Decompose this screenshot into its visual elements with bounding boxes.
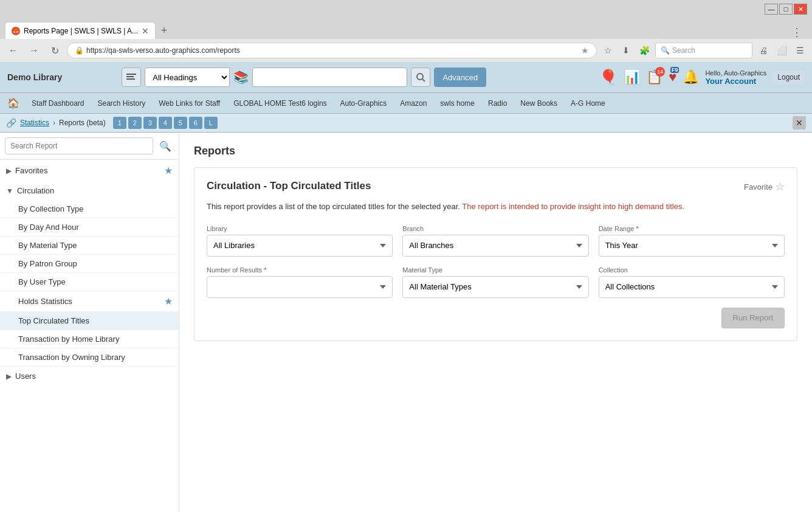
active-tab[interactable]: 🦊 Reports Page | SWLS | SWLS | A... ✕	[5, 22, 156, 39]
page-3[interactable]: 3	[143, 117, 157, 129]
back-button[interactable]: ←	[5, 42, 22, 59]
maximize-button[interactable]: □	[779, 4, 793, 15]
nav-ag-home[interactable]: A-G Home	[565, 95, 611, 111]
window-controls[interactable]: — □ ✕	[765, 4, 807, 15]
holds-statistics-star-icon[interactable]: ★	[164, 296, 173, 307]
nav-new-books[interactable]: New Books	[514, 95, 563, 111]
browser-menu-button[interactable]: ⋮	[786, 26, 807, 39]
breadcrumb-separator: ›	[53, 119, 55, 127]
favorites-star-icon[interactable]: ★	[164, 165, 173, 176]
reload-button[interactable]: ↻	[46, 42, 63, 59]
headings-dropdown[interactable]: All Headings	[145, 67, 230, 87]
page-2[interactable]: 2	[128, 117, 142, 129]
branch-label: Branch	[402, 225, 588, 232]
bookmark-icon[interactable]: ☆	[600, 43, 615, 58]
holds-statistics-label: Holds Statistics	[18, 297, 72, 306]
page-4[interactable]: 4	[159, 117, 172, 129]
nav-amazon[interactable]: Amazon	[394, 95, 433, 111]
extensions-icon[interactable]: ⬜	[774, 43, 789, 58]
sidebar-header-users[interactable]: ▶ Users	[0, 367, 179, 386]
sidebar-item-by-user-type[interactable]: By User Type	[0, 273, 179, 291]
nav-search-history[interactable]: Search History	[92, 95, 152, 111]
new-tab-button[interactable]: +	[156, 22, 173, 39]
advanced-button[interactable]: Advanced	[434, 67, 486, 87]
search-type-icon-button[interactable]	[122, 67, 141, 87]
sidebar-item-by-day-and-hour[interactable]: By Day And Hour	[0, 218, 179, 237]
sidebar-search: 🔍	[0, 133, 179, 160]
favorite-star-icon[interactable]: ☆	[775, 180, 785, 193]
nav-home-icon[interactable]: 🏠	[2, 95, 24, 111]
sidebar-section-favorites: ▶ Favorites ★	[0, 160, 179, 181]
svg-line-4	[422, 79, 425, 81]
tab-close-button[interactable]: ✕	[142, 26, 149, 36]
sidebar-header-favorites[interactable]: ▶ Favorites ★	[0, 160, 179, 181]
sidebar-item-holds-statistics[interactable]: Holds Statistics ★	[0, 291, 179, 312]
report-card-header: Circulation - Top Circulated Titles Favo…	[207, 180, 785, 193]
logout-button[interactable]: Logout	[772, 71, 805, 84]
search-go-button[interactable]	[411, 67, 430, 87]
sidebar-item-by-patron-group[interactable]: By Patron Group	[0, 255, 179, 273]
heart-icon[interactable]: ♥ F9	[669, 69, 676, 85]
nav-radio[interactable]: Radio	[482, 95, 513, 111]
page-1[interactable]: 1	[113, 117, 126, 129]
tab-bar: 🦊 Reports Page | SWLS | SWLS | A... ✕ + …	[0, 18, 812, 39]
svg-rect-0	[126, 74, 136, 75]
run-report-button[interactable]: Run Report	[721, 308, 785, 328]
number-required: *	[264, 266, 266, 274]
breadcrumb-close-button[interactable]: ✕	[793, 116, 806, 130]
branch-select[interactable]: All Branches	[402, 235, 588, 257]
greeting-text: Hello, Auto-Graphics	[705, 69, 766, 77]
sidebar-item-top-circulated-titles[interactable]: Top Circulated Titles	[0, 312, 179, 330]
favorite-section[interactable]: Favorite ☆	[744, 180, 785, 193]
balloon-icon[interactable]: 🎈	[599, 69, 618, 86]
stack-icon[interactable]: 📚	[233, 70, 249, 85]
notification-bell-icon[interactable]: 🔔	[683, 69, 699, 85]
page-L[interactable]: L	[204, 117, 218, 129]
minimize-button[interactable]: —	[765, 4, 778, 15]
breadcrumb-statistics[interactable]: Statistics	[20, 119, 49, 127]
forward-button[interactable]: →	[26, 42, 43, 59]
download-icon[interactable]: ⬇	[619, 43, 633, 58]
page-6[interactable]: 6	[189, 117, 202, 129]
date-range-required: *	[636, 225, 638, 232]
sidebar-item-by-material-type[interactable]: By Material Type	[0, 237, 179, 255]
extension-icon[interactable]: 🧩	[637, 43, 652, 58]
print-icon[interactable]: 🖨	[756, 43, 771, 58]
browser-search-box[interactable]: 🔍 Search	[655, 43, 752, 58]
date-range-select[interactable]: This Year Last Year Custom	[599, 235, 785, 257]
favorite-label: Favorite	[744, 182, 772, 192]
sidebar-scroll-area: ▶ Favorites ★ ▼ Circulation By Collectio…	[0, 160, 179, 512]
sidebar-item-transaction-owning-library[interactable]: Transaction by Owning Library	[0, 348, 179, 367]
number-of-results-select[interactable]	[207, 276, 393, 298]
nav-bar: 🏠 Staff Dashboard Search History Web Lin…	[0, 92, 812, 113]
nav-swls-home[interactable]: swls home	[434, 95, 481, 111]
collection-field: Collection All Collections	[599, 266, 785, 298]
collection-select[interactable]: All Collections	[599, 276, 785, 298]
menu-icon[interactable]: ☰	[793, 43, 807, 58]
nav-auto-graphics[interactable]: Auto-Graphics	[334, 95, 393, 111]
sidebar-header-circulation[interactable]: ▼ Circulation	[0, 181, 179, 200]
address-input[interactable]: 🔒 https://qa-swls-verso.auto-graphics.co…	[67, 43, 597, 58]
sidebar-item-by-collection-type[interactable]: By Collection Type	[0, 200, 179, 218]
url-text: https://qa-swls-verso.auto-graphics.com/…	[86, 46, 240, 55]
user-section[interactable]: Hello, Auto-Graphics Your Account	[705, 69, 766, 86]
page-5[interactable]: 5	[174, 117, 187, 129]
tab-title: Reports Page | SWLS | SWLS | A...	[24, 27, 138, 35]
report-description: This report provides a list of the top c…	[207, 201, 785, 213]
clipboard-badge: 14	[655, 67, 665, 77]
close-window-button[interactable]: ✕	[794, 4, 807, 15]
library-select[interactable]: All Libraries	[207, 235, 393, 257]
header-right: 🎈 📊 📋 14 ♥ F9 🔔 Hello, Auto-Graphic	[599, 69, 805, 86]
nav-web-links[interactable]: Web Links for Staff	[153, 95, 226, 111]
sidebar-item-transaction-home-library[interactable]: Transaction by Home Library	[0, 330, 179, 348]
material-type-select[interactable]: All Material Types	[402, 276, 588, 298]
clipboard-icon[interactable]: 📋 14	[646, 69, 662, 85]
nav-staff-dashboard[interactable]: Staff Dashboard	[26, 95, 91, 111]
search-input[interactable]	[252, 67, 407, 87]
user-account-link[interactable]: Your Account	[705, 77, 756, 86]
tab-favicon: 🦊	[12, 27, 20, 35]
nav-global-home[interactable]: GLOBAL HOME Test6 logins	[227, 95, 332, 111]
catalog-icon[interactable]: 📊	[624, 69, 640, 85]
sidebar-search-button[interactable]: 🔍	[157, 137, 174, 154]
sidebar-search-input[interactable]	[5, 137, 153, 154]
